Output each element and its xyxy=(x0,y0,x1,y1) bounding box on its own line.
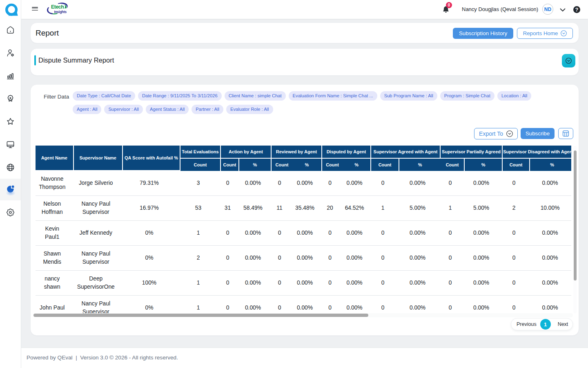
svg-text:Etech: Etech xyxy=(51,4,64,10)
svg-text:Insights: Insights xyxy=(54,10,67,14)
